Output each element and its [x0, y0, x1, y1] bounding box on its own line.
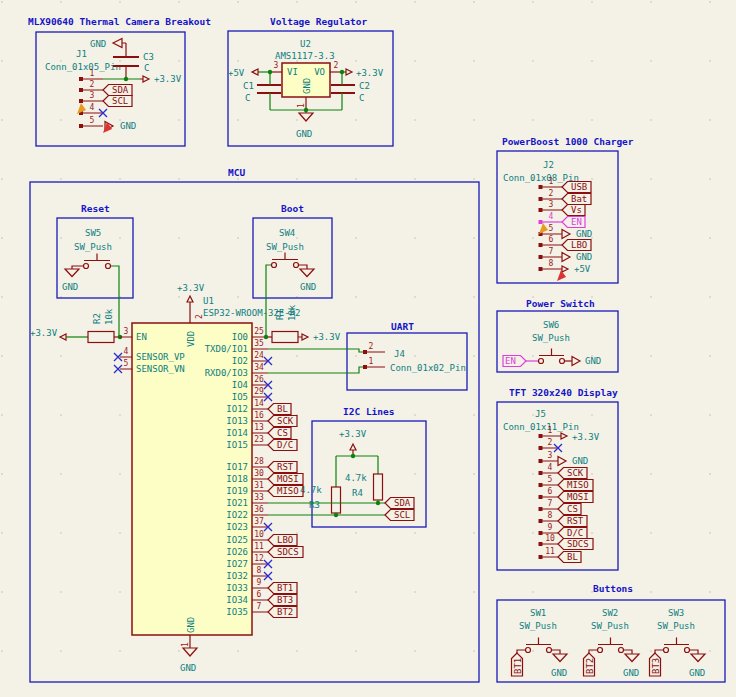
pin-name: IO18 — [226, 474, 248, 484]
block-title: MCU — [228, 167, 245, 178]
pin-name: EN — [136, 332, 147, 342]
schematic-canvas[interactable]: MLX90640 Thermal Camera Breakout J1 Conn… — [0, 0, 736, 697]
cap-value: C — [359, 93, 364, 103]
pin-number: 13 — [254, 423, 264, 432]
junction — [264, 335, 268, 339]
switch-ref: SW2 — [602, 608, 618, 618]
label-text: LBO — [571, 240, 587, 250]
switch-value: SW_Push — [532, 333, 570, 343]
resistor-value: 10k — [287, 304, 297, 321]
cap-value: C — [144, 63, 149, 73]
label-text: SDA — [394, 498, 411, 508]
label-text: CS — [277, 428, 288, 438]
block-title: PowerBoost 1000 Charger — [502, 136, 634, 147]
pin-number: 2 — [334, 61, 339, 70]
switch-value: SW_Push — [519, 621, 557, 631]
gnd-net-label: GND — [300, 282, 316, 292]
block-title: I2C Lines — [343, 406, 394, 417]
pin-pad-highlighted — [539, 220, 543, 224]
pin-number: 1 — [548, 426, 553, 435]
pin-number: 34 — [254, 363, 264, 372]
pin-number: 7 — [257, 602, 262, 611]
pin-name: IO12 — [226, 404, 248, 414]
regulator-value: AMS1117-3.3 — [275, 51, 335, 61]
block-title: Boot — [281, 203, 304, 214]
pin-number: 1 — [297, 103, 306, 108]
block-title: MLX90640 Thermal Camera Breakout — [28, 16, 211, 27]
pin-name: IO19 — [226, 486, 248, 496]
net-5v: +5V — [228, 68, 245, 78]
switch-ref: SW4 — [279, 228, 295, 238]
pin-number: 3 — [124, 327, 129, 336]
label-text: MOSI — [567, 492, 589, 502]
block-title: Power Switch — [526, 298, 595, 309]
pin-number: 31 — [254, 481, 264, 490]
pin-name: SENSOR_VN — [136, 364, 185, 374]
pin-number: 24 — [254, 351, 264, 360]
pin-number: 12 — [254, 554, 264, 563]
pin-number: 3 — [548, 451, 553, 460]
pin-number: 29 — [254, 387, 264, 396]
label-text: CS — [567, 504, 578, 514]
pin-number: 33 — [254, 493, 264, 502]
net-3v3: +3.3V — [154, 74, 182, 84]
label-text: Vs — [571, 205, 582, 215]
label-text: BT1 — [513, 658, 523, 674]
label-text: MISO — [567, 480, 589, 490]
net-3v3: +3.3V — [572, 432, 600, 442]
pin-number: 3 — [90, 91, 95, 100]
net-3v3: +3.3V — [356, 68, 384, 78]
label-text: BL — [277, 404, 288, 414]
label-text: RST — [567, 516, 584, 526]
pin-number: 4 — [549, 212, 554, 221]
pin-name: IO21 — [226, 498, 248, 508]
pin-name: IO13 — [226, 416, 248, 426]
label-text: SDA — [112, 85, 129, 95]
pin-number: 28 — [254, 457, 264, 466]
pin-number: 8 — [548, 511, 553, 520]
net-3v3: +3.3V — [339, 429, 367, 439]
pin-number: 11 — [254, 542, 264, 551]
pin-name: IO32 — [226, 571, 248, 581]
pin-number: 1 — [549, 177, 554, 186]
pin-name: SENSOR_VP — [136, 352, 185, 362]
cap-ref: C1 — [243, 81, 254, 91]
resistor-ref: R2 — [92, 313, 102, 324]
junction — [304, 108, 308, 112]
resistor-ref: R1 — [275, 309, 285, 320]
pin-number: 37 — [254, 517, 264, 526]
pin-name: IO34 — [226, 595, 248, 605]
gnd-net-label: GND — [689, 668, 705, 678]
net-3v3: +3.3V — [30, 328, 58, 338]
label-text: SCK — [567, 468, 584, 478]
pin-number: 35 — [254, 339, 264, 348]
pin-number: 4 — [124, 347, 129, 356]
pin-number: 5 — [124, 359, 129, 368]
pin-number: 25 — [254, 327, 264, 336]
label-text: SCL — [112, 96, 128, 106]
pin-number: 8 — [257, 566, 262, 575]
pin-number: 7 — [548, 499, 553, 508]
pin-name: IO23 — [226, 522, 248, 532]
pin-number: 2 — [548, 438, 553, 447]
block-title: Reset — [81, 203, 110, 214]
label-text: LBO — [277, 535, 293, 545]
pin-name: IO0 — [232, 332, 248, 342]
pin-name: RXD0/IO3 — [205, 368, 248, 378]
connector-value: Conn_01x11_Pin — [503, 422, 579, 432]
pin-name: IO33 — [226, 583, 248, 593]
label-text: MOSI — [277, 474, 299, 484]
regulator-ref: U2 — [300, 39, 311, 49]
net-3v3: +3.3V — [313, 332, 341, 342]
pin-number: 3 — [274, 61, 279, 70]
block-title: Buttons — [593, 583, 633, 594]
gnd-net-label: GND — [120, 121, 136, 131]
pin-number: 5 — [548, 475, 553, 484]
pin-number: 9 — [257, 578, 262, 587]
pin-number: 9 — [548, 523, 553, 532]
switch-ref: SW1 — [530, 608, 546, 618]
label-text: EN — [571, 217, 582, 227]
schematic-svg[interactable]: MLX90640 Thermal Camera Breakout J1 Conn… — [0, 0, 736, 697]
junction — [376, 501, 380, 505]
connector-ref: J1 — [76, 49, 87, 59]
